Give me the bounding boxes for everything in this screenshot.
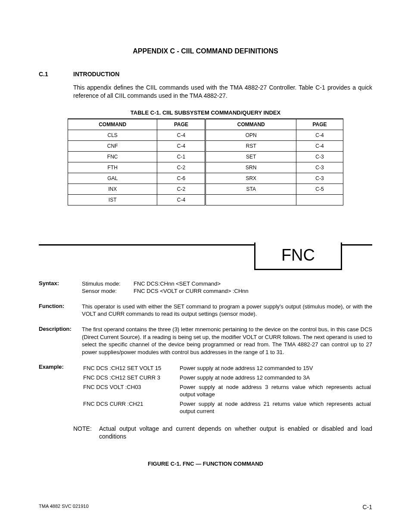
table-row: INX C-2 STA C-5 — [68, 184, 343, 194]
syntax-label: Syntax: — [39, 280, 82, 295]
syntax-mode: Sensor mode: — [82, 287, 134, 295]
syntax-body: Stimulus mode: FNC DCS:CHnn <SET Command… — [82, 280, 372, 295]
description-row: Description: The first operand contains … — [39, 326, 372, 356]
table-row: GAL C-6 SRX C-3 — [68, 173, 343, 184]
description-body: The first operand contains the three (3)… — [82, 326, 372, 356]
command-banner: FNC — [39, 244, 372, 246]
cell: C-1 — [157, 151, 206, 162]
cell — [206, 194, 296, 205]
example-desc: Power supply at node address 12 commande… — [179, 364, 371, 373]
definition-block: Syntax: Stimulus mode: FNC DCS:CHnn <SET… — [39, 280, 372, 441]
example-row: Example: FNC DCS :CH12 SET VOLT 15 Power… — [39, 364, 372, 417]
cell: IST — [68, 194, 157, 205]
command-index-table: COMMAND PAGE COMMAND PAGE CLS C-4 OPN C-… — [68, 118, 343, 205]
figure-caption: FIGURE C-1. FNC — FUNCTION COMMAND — [39, 460, 372, 467]
cell: SRN — [206, 162, 296, 173]
cell: C-2 — [157, 184, 206, 194]
cell: C-3 — [296, 162, 343, 173]
th-command-2: COMMAND — [206, 119, 296, 130]
table-row: FNC C-1 SET C-3 — [68, 151, 343, 162]
syntax-line: Sensor mode: FNC DCS <VOLT or CURR comma… — [82, 287, 372, 295]
section-heading-row: C.1 INTRODUCTION — [39, 71, 372, 78]
cell: C-4 — [157, 194, 206, 205]
cell: STA — [206, 184, 296, 194]
example-cmd: FNC DCS VOLT :CH03 — [83, 383, 178, 399]
cell — [296, 194, 343, 205]
function-row: Function: This operator is used with eit… — [39, 303, 372, 318]
table-row: IST C-4 — [68, 194, 343, 205]
function-body: This operator is used with either the SE… — [82, 303, 372, 318]
example-desc: Power supply at node address 21 returns … — [179, 400, 371, 416]
example-table: FNC DCS :CH12 SET VOLT 15 Power supply a… — [82, 364, 372, 417]
section-heading: INTRODUCTION — [73, 71, 119, 78]
cell: C-4 — [157, 130, 206, 140]
table-row: CLS C-4 OPN C-4 — [68, 130, 343, 140]
syntax-text: FNC DCS:CHnn <SET Command> — [134, 280, 221, 288]
cell: C-4 — [296, 130, 343, 140]
example-body: FNC DCS :CH12 SET VOLT 15 Power supply a… — [82, 364, 372, 417]
cell: FTH — [68, 162, 157, 173]
cell: C-4 — [296, 140, 343, 151]
cell: C-2 — [157, 162, 206, 173]
cell: SET — [206, 151, 296, 162]
note-label: NOTE: — [73, 425, 99, 441]
syntax-text: FNC DCS <VOLT or CURR command> :CHnn — [134, 287, 249, 295]
example-cmd: FNC DCS CURR :CH21 — [83, 400, 178, 416]
cell: CNF — [68, 140, 157, 151]
table-caption: TABLE C-1. CIIL SUBSYSTEM COMMAND/QUERY … — [39, 109, 372, 116]
syntax-mode: Stimulus mode: — [82, 280, 134, 288]
example-line: FNC DCS CURR :CH21 Power supply at node … — [83, 400, 371, 416]
footer-page-number: C-1 — [362, 504, 372, 510]
cell: GAL — [68, 173, 157, 184]
table-row: CNF C-4 RST C-4 — [68, 140, 343, 151]
example-line: FNC DCS :CH12 SET VOLT 15 Power supply a… — [83, 364, 371, 373]
th-page-2: PAGE — [296, 119, 343, 130]
command-name-box: FNC — [254, 243, 342, 270]
cell: FNC — [68, 151, 157, 162]
footer-left: TMA 4882 SVC 021910 — [39, 504, 89, 510]
section-number: C.1 — [39, 71, 73, 78]
table-row: FTH C-2 SRN C-3 — [68, 162, 343, 173]
th-command-1: COMMAND — [68, 119, 157, 130]
cell: INX — [68, 184, 157, 194]
th-page-1: PAGE — [157, 119, 206, 130]
cell: SRX — [206, 173, 296, 184]
cell: C-3 — [296, 173, 343, 184]
intro-paragraph: This appendix defines the CIIL commands … — [73, 84, 372, 100]
note-row: NOTE: Actual output voltage and current … — [73, 425, 372, 441]
cell: CLS — [68, 130, 157, 140]
note-text: Actual output voltage and current depend… — [99, 425, 372, 441]
cell: C-4 — [157, 140, 206, 151]
command-name: FNC — [281, 246, 315, 264]
syntax-line: Stimulus mode: FNC DCS:CHnn <SET Command… — [82, 280, 372, 288]
example-cmd: FNC DCS :CH12 SET VOLT 15 — [83, 364, 178, 373]
cell: C-5 — [296, 184, 343, 194]
table-header-row: COMMAND PAGE COMMAND PAGE — [68, 119, 343, 130]
cell: OPN — [206, 130, 296, 140]
cell: C-6 — [157, 173, 206, 184]
table-body: CLS C-4 OPN C-4 CNF C-4 RST C-4 FNC C-1 … — [68, 130, 343, 205]
example-cmd: FNC DCS :CH12 SET CURR 3 — [83, 374, 178, 383]
example-line: FNC DCS VOLT :CH03 Power supply at node … — [83, 383, 371, 399]
example-desc: Power supply at node address 3 returns v… — [179, 383, 371, 399]
page: APPENDIX C - CIIL COMMAND DEFINITIONS C.… — [0, 0, 411, 532]
cell: RST — [206, 140, 296, 151]
syntax-row: Syntax: Stimulus mode: FNC DCS:CHnn <SET… — [39, 280, 372, 295]
example-desc: Power supply at node address 12 commande… — [179, 374, 371, 383]
cell: C-3 — [296, 151, 343, 162]
appendix-title: APPENDIX C - CIIL COMMAND DEFINITIONS — [39, 47, 372, 55]
function-label: Function: — [39, 303, 82, 318]
description-label: Description: — [39, 326, 82, 356]
example-label: Example: — [39, 364, 82, 417]
page-footer: TMA 4882 SVC 021910 C-1 — [39, 504, 372, 510]
example-line: FNC DCS :CH12 SET CURR 3 Power supply at… — [83, 374, 371, 383]
